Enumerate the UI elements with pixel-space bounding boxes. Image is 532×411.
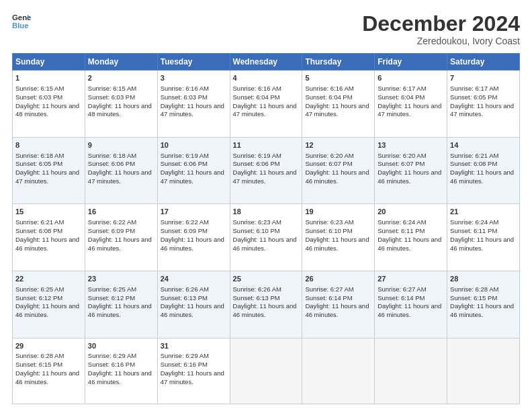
day-number: 28 bbox=[450, 274, 517, 284]
header: General Blue December 2024 Zeredoukou, I… bbox=[12, 12, 520, 46]
col-saturday: Saturday bbox=[447, 54, 520, 71]
sunset: Sunset: 6:04 PM bbox=[305, 93, 352, 101]
daylight: Daylight: 11 hours and 46 minutes. bbox=[15, 302, 79, 318]
table-row: 26Sunrise: 6:27 AMSunset: 6:14 PMDayligh… bbox=[302, 271, 375, 338]
col-sunday: Sunday bbox=[13, 54, 85, 71]
daylight: Daylight: 11 hours and 46 minutes. bbox=[378, 236, 441, 252]
sunrise: Sunrise: 6:17 AM bbox=[450, 85, 498, 92]
sunset: Sunset: 6:09 PM bbox=[161, 227, 208, 234]
table-row: 16Sunrise: 6:22 AMSunset: 6:09 PMDayligh… bbox=[85, 204, 157, 271]
sunrise: Sunrise: 6:22 AM bbox=[88, 218, 136, 226]
sunset: Sunset: 6:05 PM bbox=[15, 160, 62, 167]
sunrise: Sunrise: 6:19 AM bbox=[161, 152, 209, 159]
col-monday: Monday bbox=[85, 54, 157, 71]
sunset: Sunset: 6:12 PM bbox=[88, 294, 135, 302]
sunrise: Sunrise: 6:18 AM bbox=[88, 152, 136, 159]
sunrise: Sunrise: 6:21 AM bbox=[450, 152, 498, 159]
daylight: Daylight: 11 hours and 48 minutes. bbox=[88, 102, 152, 118]
table-row: 7Sunrise: 6:17 AMSunset: 6:05 PMDaylight… bbox=[447, 71, 520, 138]
sunset: Sunset: 6:15 PM bbox=[450, 294, 497, 302]
sunrise: Sunrise: 6:24 AM bbox=[450, 218, 498, 226]
table-row: 28Sunrise: 6:28 AMSunset: 6:15 PMDayligh… bbox=[447, 271, 520, 338]
sunrise: Sunrise: 6:28 AM bbox=[15, 352, 64, 359]
table-row: 30Sunrise: 6:29 AMSunset: 6:16 PMDayligh… bbox=[85, 338, 157, 404]
svg-text:Blue: Blue bbox=[12, 21, 29, 30]
sunrise: Sunrise: 6:29 AM bbox=[88, 352, 136, 359]
table-row: 12Sunrise: 6:20 AMSunset: 6:07 PMDayligh… bbox=[302, 137, 375, 204]
col-friday: Friday bbox=[375, 54, 447, 71]
day-number: 13 bbox=[378, 140, 444, 150]
title-block: December 2024 Zeredoukou, Ivory Coast bbox=[362, 12, 520, 46]
daylight: Daylight: 11 hours and 46 minutes. bbox=[305, 169, 369, 185]
table-row: 24Sunrise: 6:26 AMSunset: 6:13 PMDayligh… bbox=[157, 271, 230, 338]
sunrise: Sunrise: 6:18 AM bbox=[15, 152, 64, 159]
daylight: Daylight: 11 hours and 46 minutes. bbox=[450, 169, 514, 185]
table-row: 15Sunrise: 6:21 AMSunset: 6:08 PMDayligh… bbox=[13, 204, 85, 271]
daylight: Daylight: 11 hours and 47 minutes. bbox=[233, 102, 297, 118]
logo: General Blue bbox=[12, 12, 31, 31]
daylight: Daylight: 11 hours and 46 minutes. bbox=[450, 302, 514, 318]
day-number: 29 bbox=[15, 341, 82, 351]
sunset: Sunset: 6:10 PM bbox=[305, 227, 352, 234]
daylight: Daylight: 11 hours and 47 minutes. bbox=[161, 369, 224, 385]
sunset: Sunset: 6:09 PM bbox=[88, 227, 135, 234]
day-number: 1 bbox=[15, 73, 82, 83]
daylight: Daylight: 11 hours and 46 minutes. bbox=[305, 302, 369, 318]
col-tuesday: Tuesday bbox=[157, 54, 230, 71]
col-wednesday: Wednesday bbox=[230, 54, 302, 71]
table-row: 27Sunrise: 6:27 AMSunset: 6:14 PMDayligh… bbox=[375, 271, 447, 338]
daylight: Daylight: 11 hours and 47 minutes. bbox=[15, 169, 79, 185]
table-row: 31Sunrise: 6:29 AMSunset: 6:16 PMDayligh… bbox=[157, 338, 230, 404]
daylight: Daylight: 11 hours and 46 minutes. bbox=[305, 236, 369, 252]
daylight: Daylight: 11 hours and 46 minutes. bbox=[450, 236, 514, 252]
sunset: Sunset: 6:03 PM bbox=[15, 93, 62, 101]
sunrise: Sunrise: 6:20 AM bbox=[378, 152, 426, 159]
day-number: 23 bbox=[88, 274, 154, 284]
day-number: 25 bbox=[233, 274, 300, 284]
sunrise: Sunrise: 6:25 AM bbox=[15, 285, 64, 293]
day-number: 5 bbox=[305, 73, 371, 83]
day-number: 17 bbox=[161, 207, 227, 217]
day-number: 6 bbox=[378, 73, 444, 83]
table-row: 6Sunrise: 6:17 AMSunset: 6:04 PMDaylight… bbox=[375, 71, 447, 138]
sunrise: Sunrise: 6:24 AM bbox=[378, 218, 426, 226]
day-number: 20 bbox=[378, 207, 444, 217]
table-row: 29Sunrise: 6:28 AMSunset: 6:15 PMDayligh… bbox=[13, 338, 85, 404]
day-number: 12 bbox=[305, 140, 371, 150]
daylight: Daylight: 11 hours and 47 minutes. bbox=[233, 169, 297, 185]
daylight: Daylight: 11 hours and 46 minutes. bbox=[161, 236, 224, 252]
day-number: 19 bbox=[305, 207, 371, 217]
daylight: Daylight: 11 hours and 48 minutes. bbox=[15, 102, 79, 118]
daylight: Daylight: 11 hours and 46 minutes. bbox=[233, 236, 297, 252]
location-subtitle: Zeredoukou, Ivory Coast bbox=[362, 36, 520, 46]
daylight: Daylight: 11 hours and 47 minutes. bbox=[450, 102, 514, 118]
day-number: 22 bbox=[15, 274, 82, 284]
day-number: 3 bbox=[161, 73, 227, 83]
sunset: Sunset: 6:14 PM bbox=[378, 294, 425, 302]
day-number: 31 bbox=[161, 341, 227, 351]
sunset: Sunset: 6:08 PM bbox=[450, 160, 497, 167]
day-number: 18 bbox=[233, 207, 300, 217]
sunset: Sunset: 6:14 PM bbox=[305, 294, 352, 302]
sunset: Sunset: 6:07 PM bbox=[378, 160, 425, 167]
sunrise: Sunrise: 6:26 AM bbox=[161, 285, 209, 293]
table-row bbox=[375, 338, 447, 404]
sunrise: Sunrise: 6:20 AM bbox=[305, 152, 353, 159]
day-number: 15 bbox=[15, 207, 82, 217]
page: General Blue December 2024 Zeredoukou, I… bbox=[0, 0, 532, 411]
table-row: 11Sunrise: 6:19 AMSunset: 6:06 PMDayligh… bbox=[230, 137, 302, 204]
table-row: 2Sunrise: 6:15 AMSunset: 6:03 PMDaylight… bbox=[85, 71, 157, 138]
table-row: 9Sunrise: 6:18 AMSunset: 6:06 PMDaylight… bbox=[85, 137, 157, 204]
sunrise: Sunrise: 6:16 AM bbox=[161, 85, 209, 92]
day-number: 11 bbox=[233, 140, 300, 150]
sunset: Sunset: 6:06 PM bbox=[161, 160, 208, 167]
sunrise: Sunrise: 6:16 AM bbox=[305, 85, 353, 92]
sunrise: Sunrise: 6:29 AM bbox=[161, 352, 209, 359]
sunset: Sunset: 6:16 PM bbox=[88, 361, 135, 368]
sunset: Sunset: 6:15 PM bbox=[15, 361, 62, 368]
sunset: Sunset: 6:05 PM bbox=[450, 93, 497, 101]
day-number: 2 bbox=[88, 73, 154, 83]
day-number: 16 bbox=[88, 207, 154, 217]
table-row: 4Sunrise: 6:16 AMSunset: 6:04 PMDaylight… bbox=[230, 71, 302, 138]
sunset: Sunset: 6:11 PM bbox=[378, 227, 425, 234]
